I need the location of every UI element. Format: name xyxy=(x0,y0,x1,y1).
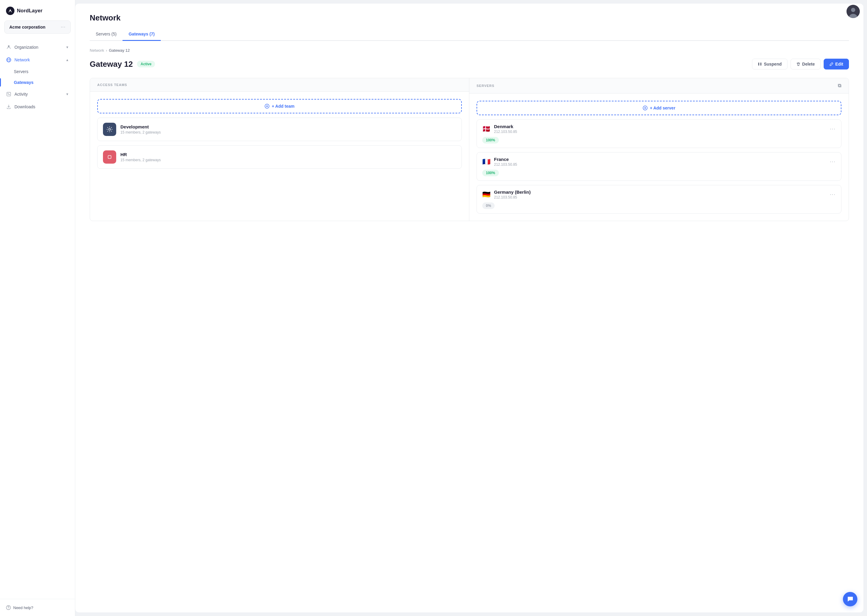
server-info-france: 🇫🇷 France 212.103.50.85 xyxy=(482,157,517,167)
access-teams-header: ACCESS TEAMS xyxy=(90,78,469,92)
team-icon-hr xyxy=(103,150,116,163)
need-help-label: Need help? xyxy=(13,605,33,610)
server-ip-germany: 212.103.50.85 xyxy=(494,195,531,200)
breadcrumb: Network › Gateway 12 xyxy=(90,48,849,53)
sidebar-item-label-network: Network xyxy=(14,57,30,62)
avatar-image xyxy=(847,5,860,18)
gateway-header: Gateway 12 Active Suspend Delete xyxy=(90,59,849,69)
chevron-down-icon-2: ▼ xyxy=(66,92,69,96)
chevron-up-icon: ▲ xyxy=(66,58,69,62)
servers-title: SERVERS xyxy=(476,84,494,88)
server-menu-france[interactable]: ··· xyxy=(830,159,836,165)
sidebar-item-network[interactable]: Network ▲ xyxy=(0,53,75,66)
tab-gateways[interactable]: Gateways (7) xyxy=(123,28,161,41)
add-server-button[interactable]: + Add server xyxy=(476,101,842,115)
add-team-label: + Add team xyxy=(272,104,295,108)
access-teams-column: ACCESS TEAMS + Add team xyxy=(90,78,469,221)
gateway-panel: ACCESS TEAMS + Add team xyxy=(90,78,849,221)
trash-icon xyxy=(796,62,801,66)
team-info-development: Development 15 members, 2 gateways xyxy=(120,124,161,134)
sidebar-item-downloads[interactable]: Downloads xyxy=(0,101,75,113)
status-badge: Active xyxy=(137,61,155,68)
sidebar-item-organization[interactable]: Organization ▼ xyxy=(0,41,75,53)
tab-gateways-label: Gateways (7) xyxy=(129,31,154,36)
gateway-title-row: Gateway 12 Active xyxy=(90,60,155,69)
svg-point-12 xyxy=(851,8,855,12)
server-details-denmark: Denmark 212.103.50.85 xyxy=(494,124,517,134)
sidebar-item-gateways[interactable]: Gateways xyxy=(14,77,75,88)
server-row-denmark: 🇩🇰 Denmark 212.103.50.85 ··· xyxy=(482,124,836,134)
main-content: Network Servers (5) Gateways (7) Network… xyxy=(75,0,867,616)
org-name: Acme corporation xyxy=(9,25,46,30)
server-menu-germany[interactable]: ··· xyxy=(830,192,836,197)
org-selector[interactable]: Acme corporation ··· xyxy=(4,20,71,34)
server-details-germany: Germany (Berlin) 212.103.50.85 xyxy=(494,190,531,200)
copy-icon[interactable]: ⧉ xyxy=(838,83,842,88)
server-percent-germany: 0% xyxy=(482,203,495,209)
server-row-france: 🇫🇷 France 212.103.50.85 ··· xyxy=(482,157,836,167)
server-name-germany: Germany (Berlin) xyxy=(494,190,531,195)
add-server-label: + Add server xyxy=(650,105,676,110)
team-icon-development xyxy=(103,123,116,136)
breadcrumb-current: Gateway 12 xyxy=(109,48,130,53)
suspend-button[interactable]: Suspend xyxy=(752,59,787,69)
flag-france: 🇫🇷 xyxy=(482,159,490,165)
nav-main: Organization ▼ Network ▲ Servers Gateway… xyxy=(0,40,75,114)
sidebar-footer: Need help? xyxy=(0,599,75,616)
servers-header: SERVERS ⧉ xyxy=(469,78,849,94)
sidebar-item-label-downloads: Downloads xyxy=(14,104,35,109)
team-name-hr: HR xyxy=(120,152,161,157)
edit-icon xyxy=(829,62,834,66)
access-teams-body: + Add team Development 15 members, xyxy=(90,92,469,176)
nordlayer-logo-icon xyxy=(6,6,14,15)
team-card-development: Development 15 members, 2 gateways xyxy=(97,118,462,141)
svg-rect-14 xyxy=(758,63,759,66)
server-info-germany: 🇩🇪 Germany (Berlin) 212.103.50.85 xyxy=(482,190,531,200)
server-menu-denmark[interactable]: ··· xyxy=(830,126,836,132)
add-team-button[interactable]: + Add team xyxy=(97,99,462,113)
sidebar-item-label-activity: Activity xyxy=(14,92,28,97)
svg-point-1 xyxy=(8,46,9,47)
server-details-france: France 212.103.50.85 xyxy=(494,157,517,167)
top-bar xyxy=(847,5,860,18)
breadcrumb-network[interactable]: Network xyxy=(90,48,104,53)
svg-rect-20 xyxy=(108,156,111,159)
server-name-france: France xyxy=(494,157,517,162)
svg-rect-15 xyxy=(760,63,761,66)
server-name-denmark: Denmark xyxy=(494,124,517,129)
chevron-down-icon: ▼ xyxy=(66,46,69,49)
edit-label: Edit xyxy=(835,62,843,66)
access-teams-title: ACCESS TEAMS xyxy=(97,83,127,86)
gateway-name: Gateway 12 xyxy=(90,60,133,69)
need-help-link[interactable]: Need help? xyxy=(6,605,69,610)
servers-column: SERVERS ⧉ + Add server xyxy=(469,78,849,221)
page-title: Network xyxy=(90,13,849,22)
servers-body: + Add server 🇩🇰 Denmark 212.103.50.85 xyxy=(469,94,849,221)
team-name-development: Development xyxy=(120,124,161,129)
logo-area: NordLayer xyxy=(0,0,75,20)
user-avatar[interactable] xyxy=(847,5,860,18)
app-name: NordLayer xyxy=(17,8,43,14)
downloads-icon xyxy=(6,104,11,110)
sidebar-item-servers[interactable]: Servers xyxy=(14,66,75,77)
server-ip-france: 212.103.50.85 xyxy=(494,162,517,167)
server-ip-denmark: 212.103.50.85 xyxy=(494,130,517,134)
network-icon xyxy=(6,57,11,63)
chat-button[interactable] xyxy=(843,592,858,607)
action-buttons: Suspend Delete Edit xyxy=(752,59,849,69)
content-area: Network Servers (5) Gateways (7) Network… xyxy=(75,4,863,612)
server-percent-denmark: 100% xyxy=(482,137,499,143)
edit-button[interactable]: Edit xyxy=(824,59,849,69)
server-card-denmark: 🇩🇰 Denmark 212.103.50.85 ··· 100% xyxy=(476,119,842,148)
team-card-hr: HR 15 members, 2 gateways xyxy=(97,145,462,169)
plus-icon xyxy=(265,104,270,108)
tab-servers[interactable]: Servers (5) xyxy=(90,28,123,41)
delete-button[interactable]: Delete xyxy=(791,59,821,69)
team-meta-hr: 15 members, 2 gateways xyxy=(120,158,161,162)
sidebar-item-activity[interactable]: Activity ▼ xyxy=(0,88,75,101)
suspend-label: Suspend xyxy=(764,62,782,66)
activity-icon xyxy=(6,91,11,97)
help-icon xyxy=(6,605,11,610)
team-meta-development: 15 members, 2 gateways xyxy=(120,130,161,134)
pause-icon xyxy=(758,62,762,66)
